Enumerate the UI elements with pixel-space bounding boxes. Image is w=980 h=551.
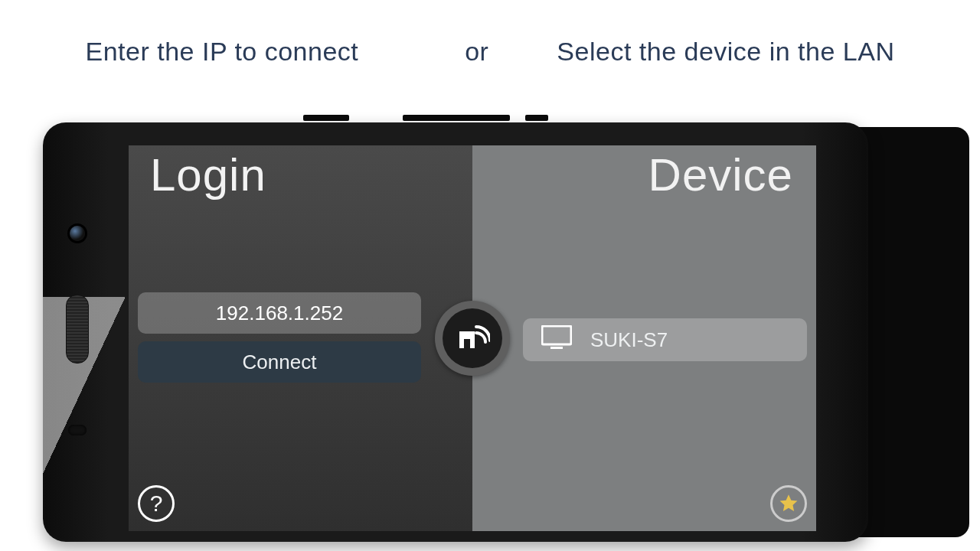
phone-sensor xyxy=(68,425,87,435)
help-button[interactable]: ? xyxy=(138,485,175,522)
device-pane: Device SUKI-S7 xyxy=(472,145,816,531)
svg-rect-3 xyxy=(464,339,470,348)
instruction-left: Enter the IP to connect xyxy=(86,37,359,66)
login-title: Login xyxy=(150,148,266,201)
cast-icon xyxy=(455,319,490,357)
svg-rect-1 xyxy=(550,347,563,349)
cast-badge xyxy=(435,301,510,376)
instruction-bar: Enter the IP to connect or Select the de… xyxy=(0,0,980,67)
ip-input[interactable] xyxy=(138,292,421,334)
instruction-or: or xyxy=(465,37,488,66)
device-title: Device xyxy=(648,148,793,201)
device-item[interactable]: SUKI-S7 xyxy=(523,318,807,361)
favorite-button[interactable] xyxy=(770,485,807,522)
phone-camera xyxy=(70,226,85,241)
app-screen: Login Connect ? Device S xyxy=(129,145,816,531)
help-icon: ? xyxy=(150,491,163,517)
instruction-right: Select the device in the LAN xyxy=(557,37,894,66)
phone-mockup: Login Connect ? Device S xyxy=(43,115,969,551)
device-name: SUKI-S7 xyxy=(590,328,668,352)
star-icon xyxy=(778,493,799,514)
phone-body: Login Connect ? Device S xyxy=(43,122,868,542)
phone-speaker xyxy=(66,295,89,364)
monitor-icon xyxy=(541,325,572,355)
login-pane: Login Connect ? xyxy=(129,145,472,531)
connect-button[interactable]: Connect xyxy=(138,341,421,383)
svg-rect-0 xyxy=(542,326,571,344)
